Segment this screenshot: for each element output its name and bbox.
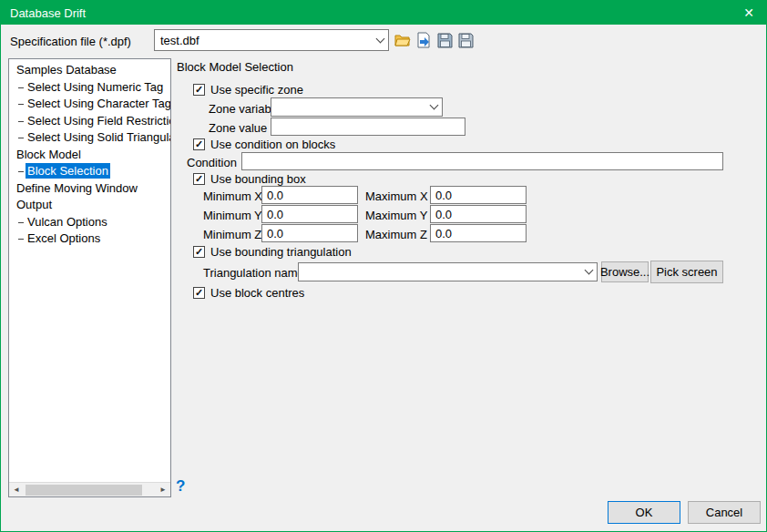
triangulation-dropdown-button[interactable] xyxy=(580,271,597,273)
tree-item-select-character-tag[interactable]: Select Using Character Tag xyxy=(9,96,170,113)
check-icon: ✓ xyxy=(195,139,203,149)
chevron-down-icon xyxy=(375,34,384,43)
minimum-z-input[interactable] xyxy=(261,224,358,242)
ok-button[interactable]: OK xyxy=(608,501,680,524)
tree-item-output[interactable]: Output xyxy=(9,197,170,214)
use-condition-label: Use condition on blocks xyxy=(210,138,335,151)
spec-file-combobox[interactable]: test.dbf xyxy=(154,29,389,51)
save-icon xyxy=(437,33,453,48)
use-specific-zone-label: Use specific zone xyxy=(210,83,303,97)
zone-variable-combobox[interactable] xyxy=(271,97,443,117)
open-folder-icon xyxy=(394,33,411,47)
window-title: Database Drift xyxy=(10,6,86,20)
import-file-icon xyxy=(416,32,431,48)
close-button[interactable]: ✕ xyxy=(731,1,766,25)
minimum-x-input[interactable] xyxy=(261,186,358,204)
spec-file-value: test.dbf xyxy=(155,34,372,47)
zone-value-label: Zone value xyxy=(209,121,267,135)
use-bounding-triangulation-checkbox[interactable]: ✓ xyxy=(193,246,205,258)
use-block-centres-checkbox[interactable]: ✓ xyxy=(193,287,205,299)
check-icon: ✓ xyxy=(195,85,203,95)
open-folder-button[interactable] xyxy=(394,32,411,48)
maximum-z-label: Maximum Z xyxy=(365,228,427,241)
pick-screen-button[interactable]: Pick screen xyxy=(650,261,723,283)
browse-button[interactable]: Browse... xyxy=(601,261,649,282)
scroll-right-icon[interactable]: ► xyxy=(156,483,170,497)
use-block-centres-label: Use block centres xyxy=(210,286,304,300)
save-as-icon xyxy=(458,33,474,48)
zone-value-input[interactable] xyxy=(271,118,465,136)
help-button[interactable]: ? xyxy=(176,477,185,496)
triangulation-name-label: Triangulation name xyxy=(203,266,304,280)
minimum-y-label: Minimum Y xyxy=(203,209,262,222)
spec-file-label: Specification file (*.dpf) xyxy=(10,35,131,48)
tree-item-vulcan-options[interactable]: Vulcan Options xyxy=(9,214,170,231)
cancel-button[interactable]: Cancel xyxy=(688,501,761,524)
chevron-down-icon xyxy=(584,266,593,275)
triangulation-name-combobox[interactable] xyxy=(298,262,598,281)
maximum-y-input[interactable] xyxy=(430,205,527,223)
zone-variable-label: Zone variable xyxy=(209,102,281,116)
import-file-button[interactable] xyxy=(415,32,432,48)
use-bounding-box-checkbox[interactable]: ✓ xyxy=(193,173,205,185)
check-icon: ✓ xyxy=(195,174,203,184)
use-bounding-box-label: Use bounding box xyxy=(210,172,306,186)
tree-item-select-numeric-tag[interactable]: Select Using Numeric Tag xyxy=(9,79,170,97)
condition-label: Condition xyxy=(187,156,237,169)
panel-title: Block Model Selection xyxy=(177,60,293,74)
zone-variable-dropdown-button[interactable] xyxy=(425,106,442,108)
use-bounding-box-row: ✓ Use bounding box xyxy=(193,172,306,186)
title-bar: Database Drift ✕ xyxy=(1,1,766,25)
tree-item-select-solid-triangulation[interactable]: Select Using Solid Triangulation xyxy=(9,129,170,147)
save-button[interactable] xyxy=(436,32,453,48)
chevron-down-icon xyxy=(429,101,438,110)
minimum-y-input[interactable] xyxy=(261,205,358,223)
maximum-x-input[interactable] xyxy=(430,186,527,204)
condition-input[interactable] xyxy=(241,152,723,170)
close-icon: ✕ xyxy=(743,5,754,20)
use-specific-zone-row: ✓ Use specific zone xyxy=(193,83,303,97)
save-as-button[interactable] xyxy=(457,32,474,48)
tree-horizontal-scrollbar[interactable]: ◄ ► xyxy=(9,482,170,496)
tree-item-excel-options[interactable]: Excel Options xyxy=(9,230,170,248)
minimum-z-label: Minimum Z xyxy=(203,228,261,241)
minimum-x-label: Minimum X xyxy=(203,189,262,203)
tree-item-define-moving-window[interactable]: Define Moving Window xyxy=(9,180,170,198)
maximum-x-label: Maximum X xyxy=(365,189,428,203)
check-icon: ✓ xyxy=(195,247,203,257)
maximum-y-label: Maximum Y xyxy=(365,209,427,222)
tree-item-block-selection[interactable]: Block Selection xyxy=(9,163,170,180)
maximum-z-input[interactable] xyxy=(430,224,527,242)
scroll-left-icon[interactable]: ◄ xyxy=(9,483,24,497)
use-bounding-triangulation-row: ✓ Use bounding triangulation xyxy=(193,245,352,259)
use-condition-row: ✓ Use condition on blocks xyxy=(193,138,335,151)
scrollbar-thumb[interactable] xyxy=(26,485,142,496)
use-condition-checkbox[interactable]: ✓ xyxy=(193,138,205,150)
navigation-tree: Samples Database Select Using Numeric Ta… xyxy=(8,58,171,497)
dialog-window: Database Drift ✕ Specification file (*.d… xyxy=(0,0,767,532)
check-icon: ✓ xyxy=(195,288,203,298)
spec-file-dropdown-button[interactable] xyxy=(372,39,388,42)
use-specific-zone-checkbox[interactable]: ✓ xyxy=(193,84,205,96)
tree-item-block-model[interactable]: Block Model xyxy=(9,147,170,164)
use-bounding-triangulation-label: Use bounding triangulation xyxy=(210,245,352,259)
tree-item-samples-database[interactable]: Samples Database xyxy=(9,62,170,79)
tree-item-select-field-restriction[interactable]: Select Using Field Restriction xyxy=(9,113,170,130)
use-block-centres-row: ✓ Use block centres xyxy=(193,286,304,300)
